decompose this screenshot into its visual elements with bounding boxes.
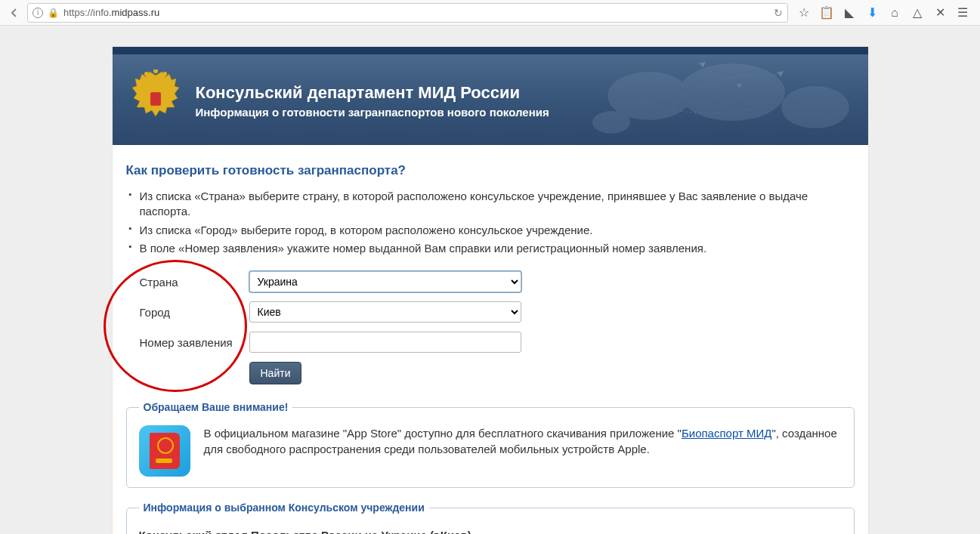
consulate-legend: Информация о выбранном Консульском учреж… bbox=[139, 502, 429, 514]
back-button[interactable] bbox=[5, 3, 24, 23]
city-select[interactable]: Киев bbox=[249, 301, 521, 323]
instruction-item: В поле «Номер заявления» укажите номер в… bbox=[129, 241, 855, 256]
svg-point-2 bbox=[162, 72, 167, 76]
page-background: Консульский департамент МИД России Инфор… bbox=[0, 26, 980, 534]
application-number-input[interactable] bbox=[249, 332, 521, 353]
svg-point-3 bbox=[153, 69, 158, 73]
reload-icon[interactable]: ↻ bbox=[774, 7, 783, 19]
header-strip bbox=[113, 47, 868, 54]
svg-point-1 bbox=[144, 72, 149, 76]
menu-icon[interactable]: ☰ bbox=[956, 5, 969, 20]
section-heading: Как проверить готовность загранпаспорта? bbox=[126, 163, 855, 178]
application-number-label: Номер заявления bbox=[140, 336, 249, 349]
notice-fieldset: Обращаем Ваше внимание! В официальном ма… bbox=[126, 401, 855, 488]
header-subtitle: Информация о готовности загранпаспортов … bbox=[196, 106, 868, 119]
svg-rect-0 bbox=[150, 92, 161, 106]
country-label: Страна bbox=[140, 276, 249, 289]
clipboard-icon[interactable]: 📋 bbox=[820, 5, 833, 20]
info-icon: i bbox=[32, 8, 43, 18]
main-content: Как проверить готовность загранпаспорта?… bbox=[113, 145, 868, 534]
russia-emblem-icon bbox=[128, 69, 184, 134]
notice-text: В официальном магазине "App Store" досту… bbox=[204, 425, 842, 457]
country-select[interactable]: Украина bbox=[249, 271, 521, 292]
browser-action-icons: ☆ 📋 ◣ ⬇ ⌂ △ ✕ ☰ bbox=[791, 5, 975, 20]
cloud-icon[interactable]: △ bbox=[910, 5, 924, 20]
search-form: Страна Украина Город Киев Номер заявлени… bbox=[126, 271, 855, 384]
browser-toolbar: i 🔒 https://info.midpass.ru ↻ ☆ 📋 ◣ ⬇ ⌂ … bbox=[0, 0, 980, 26]
pocket-icon[interactable]: ◣ bbox=[842, 5, 856, 20]
extension-icon[interactable]: ✕ bbox=[933, 5, 947, 20]
star-icon[interactable]: ☆ bbox=[797, 5, 811, 20]
app-store-icon bbox=[139, 425, 190, 477]
address-bar[interactable]: i 🔒 https://info.midpass.ru ↻ bbox=[27, 3, 788, 23]
biopassport-link[interactable]: Биопаспорт МИД bbox=[682, 427, 771, 440]
consulate-fieldset: Информация о выбранном Консульском учреж… bbox=[126, 502, 855, 534]
content-container: Консульский департамент МИД России Инфор… bbox=[113, 47, 868, 534]
instruction-item: Из списка «Город» выберите город, в кото… bbox=[129, 223, 855, 238]
download-icon[interactable]: ⬇ bbox=[865, 5, 879, 20]
consulate-title: Консульский отдел Посольства России на У… bbox=[139, 529, 842, 534]
instruction-item: Из списка «Страна» выберите страну, в ко… bbox=[129, 189, 855, 220]
url-text: https://info.midpass.ru bbox=[63, 7, 159, 18]
site-header: Консульский департамент МИД России Инфор… bbox=[113, 54, 868, 145]
city-label: Город bbox=[140, 306, 249, 319]
notice-legend: Обращаем Ваше внимание! bbox=[139, 401, 293, 413]
header-title: Консульский департамент МИД России bbox=[196, 83, 868, 103]
home-icon[interactable]: ⌂ bbox=[888, 6, 901, 20]
lock-icon: 🔒 bbox=[48, 8, 59, 18]
search-button[interactable]: Найти bbox=[249, 362, 302, 384]
instructions-list: Из списка «Страна» выберите страну, в ко… bbox=[126, 189, 855, 256]
